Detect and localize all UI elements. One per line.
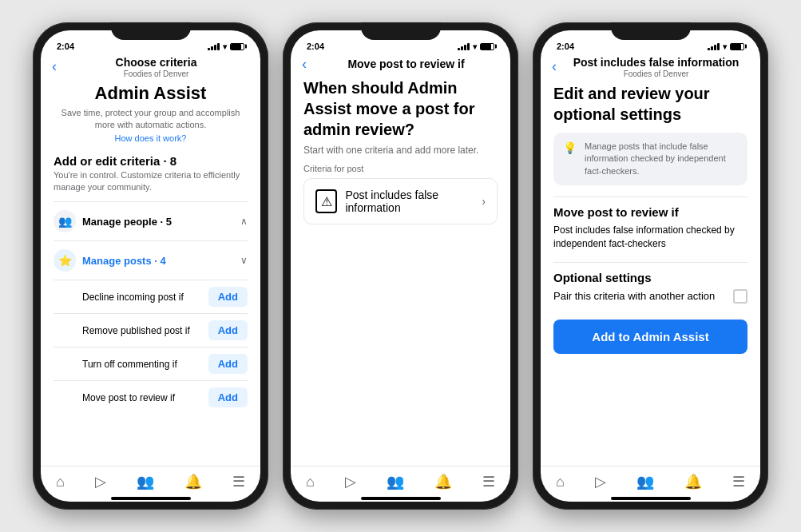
- screen-content-1: Admin Assist Save time, protect your gro…: [41, 83, 260, 466]
- turnoff-comment-label: Turn off commenting if: [82, 359, 177, 370]
- menu-icon-2[interactable]: ☰: [482, 473, 495, 490]
- remove-post-label: Remove published post if: [82, 325, 190, 336]
- manage-posts-row[interactable]: ⭐ Manage posts · 4 ∨: [54, 240, 248, 280]
- notch-2: [361, 22, 441, 40]
- nav-subtitle-3: Foodies of Denver: [563, 69, 749, 78]
- optional-section-title: Optional settings: [553, 271, 747, 284]
- signal-icon-1: [208, 43, 220, 50]
- menu-icon-3[interactable]: ☰: [732, 473, 745, 490]
- post-item-label: Post includes false information: [345, 189, 482, 214]
- turnoff-comment-add-button[interactable]: Add: [208, 354, 248, 374]
- optional-section: Optional settings Pair this criteria wit…: [553, 271, 747, 304]
- criteria-desc: You're in control. Customize criteria to…: [54, 169, 248, 194]
- remove-post-add-button[interactable]: Add: [208, 320, 248, 340]
- edit-title: Edit and review your optional settings: [553, 83, 747, 125]
- video-icon-1[interactable]: ▷: [95, 473, 106, 490]
- option-checkbox[interactable]: [733, 289, 747, 304]
- video-icon-2[interactable]: ▷: [345, 473, 356, 490]
- post-item-chevron: ›: [482, 195, 486, 208]
- nav-header-3: ‹ Post includes false information Foodie…: [541, 53, 760, 83]
- criteria-for-post-label: Criteria for post: [303, 164, 498, 173]
- divider-2: [553, 262, 747, 263]
- nav-title-block-3: Post includes false information Foodies …: [563, 56, 749, 78]
- scene: 2:04 ▾ ‹ Choose criteria Foodies of Denv…: [0, 0, 801, 532]
- manage-posts-label: Manage posts · 4: [82, 255, 166, 267]
- screen-content-3: Edit and review your optional settings 💡…: [541, 83, 760, 466]
- manage-posts-left: ⭐ Manage posts · 4: [54, 249, 166, 272]
- manage-posts-icon: ⭐: [54, 249, 76, 272]
- home-indicator-1: [111, 497, 191, 500]
- move-post-label: Move post to review if: [82, 392, 175, 403]
- groups-icon-2[interactable]: 👥: [387, 473, 404, 490]
- wifi-icon-3: ▾: [723, 42, 727, 51]
- turnoff-comment-row: Turn off commenting if Add: [54, 347, 248, 380]
- admin-link[interactable]: How does it work?: [54, 133, 248, 143]
- time-2: 2:04: [307, 42, 324, 51]
- sub-text-2: Start with one criteria and add more lat…: [303, 145, 498, 156]
- nav-header-2: ‹ Move post to review if: [291, 53, 510, 77]
- bell-icon-2[interactable]: 🔔: [434, 473, 452, 490]
- bottom-nav-2: ⌂ ▷ 👥 🔔 ☰: [291, 466, 510, 494]
- wifi-icon-1: ▾: [223, 42, 227, 51]
- option-label: Pair this criteria with another action: [553, 290, 715, 302]
- home-icon-1[interactable]: ⌂: [56, 474, 65, 490]
- home-indicator-3: [611, 497, 691, 500]
- groups-icon-1[interactable]: 👥: [137, 473, 154, 490]
- wifi-icon-2: ▾: [473, 42, 477, 51]
- admin-title: Admin Assist: [54, 83, 248, 104]
- admin-desc: Save time, protect your group and accomp…: [54, 107, 248, 132]
- manage-posts-chevron: ∨: [240, 255, 248, 266]
- add-to-admin-assist-button[interactable]: Add to Admin Assist: [553, 320, 747, 354]
- move-post-section-title: Move post to review if: [553, 205, 747, 219]
- decline-post-row: Decline incoming post if Add: [54, 280, 248, 313]
- signal-icon-3: [708, 43, 720, 50]
- screen-content-2: When should Admin Assist move a post for…: [291, 77, 510, 466]
- decline-post-label: Decline incoming post if: [82, 292, 184, 303]
- nav-title-block-1: Choose criteria Foodies of Denver: [63, 56, 249, 78]
- back-button-2[interactable]: ‹: [302, 56, 307, 73]
- big-question: When should Admin Assist move a post for…: [303, 77, 498, 140]
- nav-title-block-2: Move post to review if: [313, 58, 499, 71]
- menu-icon-1[interactable]: ☰: [232, 473, 245, 490]
- bottom-nav-3: ⌂ ▷ 👥 🔔 ☰: [541, 466, 760, 494]
- groups-icon-3[interactable]: 👥: [636, 473, 654, 490]
- bell-icon-3[interactable]: 🔔: [684, 473, 702, 490]
- move-post-row: Move post to review if Add: [54, 380, 248, 414]
- manage-people-label: Manage people · 5: [82, 216, 172, 228]
- time-3: 2:04: [557, 42, 574, 51]
- move-post-section-body: Post includes false information checked …: [553, 224, 747, 251]
- video-icon-3[interactable]: ▷: [595, 473, 606, 490]
- phone-1: 2:04 ▾ ‹ Choose criteria Foodies of Denv…: [33, 22, 268, 510]
- option-row: Pair this criteria with another action: [553, 289, 747, 304]
- signal-icon-2: [458, 43, 470, 50]
- home-icon-2[interactable]: ⌂: [306, 474, 315, 490]
- battery-icon-2: [480, 43, 494, 50]
- post-false-info-item[interactable]: ⚠ Post includes false information ›: [303, 178, 498, 224]
- info-box: 💡 Manage posts that include false inform…: [553, 133, 747, 185]
- move-post-add-button[interactable]: Add: [208, 387, 248, 407]
- decline-post-add-button[interactable]: Add: [208, 287, 248, 307]
- nav-title-2: Move post to review if: [313, 58, 499, 71]
- bottom-nav-1: ⌂ ▷ 👥 🔔 ☰: [41, 466, 260, 494]
- manage-people-chevron: ∧: [240, 216, 248, 227]
- time-1: 2:04: [57, 42, 74, 51]
- bell-icon-1[interactable]: 🔔: [184, 473, 202, 490]
- back-button-3[interactable]: ‹: [552, 58, 557, 75]
- bulb-icon: 💡: [563, 141, 577, 154]
- status-icons-3: ▾: [708, 42, 744, 51]
- divider-1: [553, 197, 747, 197]
- nav-title-1: Choose criteria: [63, 56, 249, 69]
- nav-subtitle-1: Foodies of Denver: [63, 69, 249, 78]
- criteria-title: Add or edit criteria · 8: [54, 154, 248, 168]
- manage-people-row[interactable]: 👥 Manage people · 5 ∧: [54, 201, 248, 240]
- notch-1: [111, 22, 191, 40]
- back-button-1[interactable]: ‹: [52, 58, 57, 75]
- notch-3: [611, 22, 691, 40]
- nav-title-3: Post includes false information: [563, 56, 749, 69]
- phone-3: 2:04 ▾ ‹ Post includes false information…: [533, 22, 768, 510]
- manage-people-icon: 👥: [54, 210, 76, 232]
- nav-header-1: ‹ Choose criteria Foodies of Denver: [41, 53, 260, 83]
- home-icon-3[interactable]: ⌂: [556, 474, 565, 490]
- battery-icon-3: [730, 43, 744, 50]
- home-indicator-2: [361, 497, 441, 500]
